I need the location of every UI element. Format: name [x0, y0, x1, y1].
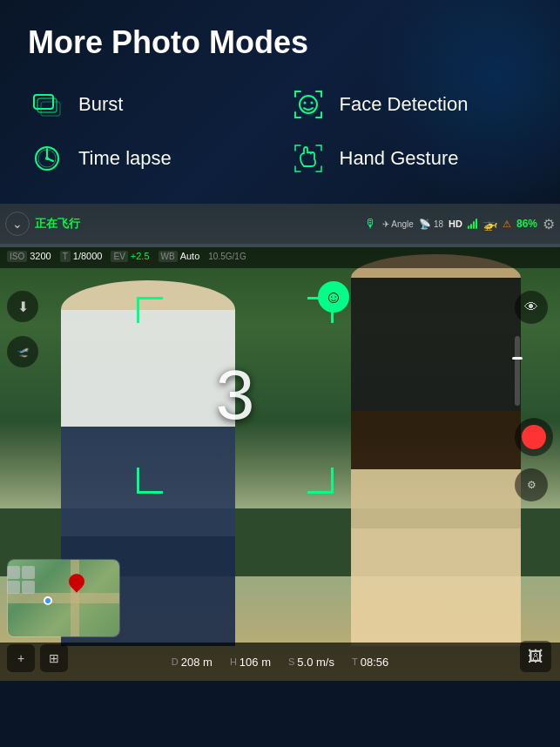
zoom-in-icon[interactable]: + [7, 644, 35, 672]
face-detection-label: Face Detection [340, 93, 469, 116]
settings-icon[interactable]: ⚙ [543, 216, 555, 232]
takeoff-button[interactable]: 🛫 [7, 336, 38, 367]
speed-label: S [288, 656, 294, 667]
record-dot [522, 425, 546, 449]
face-detection-box: ☺ 3 [135, 295, 335, 495]
top-section: More Photo Modes Burst [0, 0, 560, 204]
svg-point-4 [303, 102, 306, 104]
height-stat: H 106 m [230, 656, 271, 669]
signal-bars [468, 219, 477, 229]
mode-hand-gesture[interactable]: Hand Gesture [289, 139, 533, 178]
distance-stat: D 208 m [172, 656, 213, 669]
wb-param: WB Auto [159, 251, 200, 262]
speed-stat: S 5.0 m/s [288, 656, 334, 669]
download-button[interactable]: ⬇ [7, 291, 38, 322]
hud-second-bar: ISO 3200 T 1/8000 EV +2.5 WB Auto 10.5G/… [0, 244, 560, 268]
map-road-horizontal [8, 593, 119, 603]
map-expand-icon[interactable]: ⊞ [40, 644, 68, 672]
mode-time-lapse[interactable]: Time lapse [28, 139, 272, 178]
time-value: 08:56 [361, 656, 389, 669]
drone-icon: 🚁 [482, 217, 497, 231]
time-lapse-label: Time lapse [78, 147, 172, 170]
burst-label: Burst [78, 93, 123, 116]
corner-bl [137, 468, 163, 494]
mode-face-detection[interactable]: Face Detection [289, 85, 533, 124]
gallery-button[interactable]: 🖼 [520, 641, 551, 672]
time-label: T [352, 656, 358, 667]
woman-figure [351, 254, 521, 646]
corner-br [307, 468, 334, 494]
distance-value: 208 m [181, 656, 213, 669]
camera-view: ⌄ 正在飞行 🎙 ✈ Angle 📡 18 HD 🚁 ⚠ 86% ⚙ I [0, 204, 560, 681]
mic-icon[interactable]: 🎙 [365, 217, 377, 231]
right-controls: 👁 ⚙ [515, 291, 553, 501]
ev-param: EV +2.5 [111, 251, 149, 262]
quality-indicator: HD [449, 219, 462, 229]
hud-top-bar: ⌄ 正在飞行 🎙 ✈ Angle 📡 18 HD 🚁 ⚠ 86% ⚙ [0, 204, 560, 244]
svg-point-5 [310, 102, 313, 104]
camera-switch-button[interactable]: 👁 [515, 291, 548, 324]
battery-percent: 86% [516, 218, 537, 230]
chevron-down-icon[interactable]: ⌄ [5, 212, 30, 236]
speed-value: 5.0 m/s [297, 656, 334, 669]
record-button[interactable] [515, 418, 553, 456]
face-detection-icon [289, 85, 327, 124]
angle-label: ✈ Angle [382, 219, 414, 229]
grid-view-icon[interactable] [7, 566, 35, 594]
zoom-indicator [512, 357, 523, 360]
warning-icon: ⚠ [503, 219, 511, 230]
map-road-vertical [71, 560, 79, 636]
shutter-param: T 1/8000 [60, 251, 103, 262]
photo-mode-button[interactable]: ⚙ [515, 468, 548, 501]
height-value: 106 m [240, 656, 271, 669]
map-location-dot [44, 596, 52, 605]
hand-gesture-icon [289, 139, 327, 178]
countdown-number: 3 [216, 355, 255, 435]
network-param: 10.5G/1G [208, 252, 246, 261]
burst-icon [28, 85, 66, 124]
mode-burst[interactable]: Burst [28, 85, 272, 124]
smiley-icon: ☺ [318, 281, 349, 313]
page-title: More Photo Modes [28, 24, 532, 61]
bottom-left-icons: + ⊞ [7, 644, 68, 672]
hand-gesture-label: Hand Gesture [340, 147, 459, 170]
time-lapse-icon [28, 139, 66, 178]
time-stat: T 08:56 [352, 656, 388, 669]
distance-label: D [172, 656, 179, 667]
hud-bottom-bar: D 208 m H 106 m S 5.0 m/s T 08:56 [0, 643, 560, 681]
modes-grid: Burst Face Detection [28, 85, 532, 178]
map-marker [66, 570, 88, 592]
zoom-bar[interactable] [515, 336, 520, 406]
height-label: H [230, 656, 237, 667]
satellite-icon: 📡 18 [419, 219, 443, 230]
svg-point-10 [45, 157, 49, 160]
left-controls: ⬇ 🛫 [7, 291, 38, 367]
iso-param: ISO 3200 [7, 251, 51, 262]
flying-status: 正在飞行 [35, 216, 80, 232]
corner-tl [137, 297, 163, 323]
